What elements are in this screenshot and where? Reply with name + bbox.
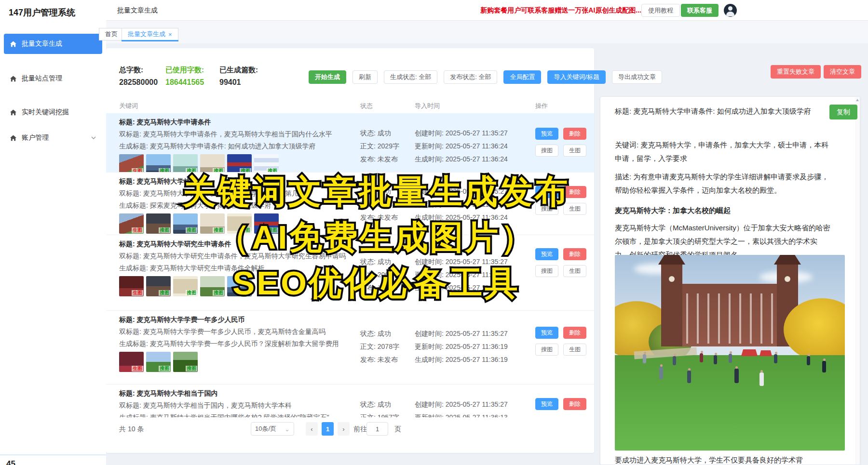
preview-button[interactable]: 预览 [535, 248, 558, 260]
delete-button[interactable]: 删除 [563, 248, 586, 260]
page-number-1[interactable]: 1 [322, 422, 334, 436]
publish-status-filter[interactable]: 发布状态: 全部 [444, 70, 497, 84]
row-title: 标题: 麦克马斯特大学申请条件 [119, 116, 356, 128]
preview-button[interactable]: 预览 [535, 186, 558, 198]
generate-status-filter[interactable]: 生成状态: 全部 [384, 70, 437, 84]
sidebar-item-account[interactable]: 账户管理 [4, 128, 102, 148]
generate-image-button[interactable]: 生图 [563, 145, 586, 157]
thumb-badge: 搜图 [186, 366, 197, 372]
thumbnail-strip: 生图 搜图 搜图 [119, 352, 356, 372]
refresh-button[interactable]: 刷新 [353, 70, 378, 84]
thumb-badge: 搜图 [240, 290, 251, 296]
article-thumbnail[interactable]: 搜图 [227, 213, 252, 234]
thumb-badge: 生图 [132, 290, 143, 296]
keyword-cell: 标题: 麦克马斯特大学相当于国内 双标题: 麦克马斯特大学相当于国内，麦克马斯特… [119, 387, 356, 417]
contact-support-button[interactable]: 联系客服 [681, 4, 719, 17]
export-success-button[interactable]: 导出成功文章 [612, 70, 662, 84]
row-title: 标题: 麦克马斯特大学相当于国内 [119, 387, 356, 399]
updated-time: 更新时间: 2025-05-27 11:36:13 [415, 411, 550, 417]
preview-description: 描述: 为有意申请麦克马斯特大学的学生详细讲解申请要求及步骤，帮助你轻松掌握入学… [615, 170, 830, 197]
table-row[interactable]: 标题: 麦克马斯特大学研究生申请条件 双标题: 麦克马斯特大学研究生申请条件，麦… [106, 235, 594, 311]
article-thumbnail[interactable]: 生图 [119, 154, 144, 173]
row-actions: 预览删除 搜图生图 [535, 248, 593, 277]
article-thumbnail[interactable]: 搜图 [173, 213, 198, 234]
generate-image-button[interactable]: 生图 [563, 265, 586, 277]
article-thumbnail[interactable]: 搜图 [200, 213, 225, 234]
tutorial-button[interactable]: 使用教程 [641, 4, 680, 17]
search-image-button[interactable]: 搜图 [535, 203, 558, 215]
promo-notice: 新购套餐用户可联系客服赠送一万张AI原创生成配图... [480, 6, 641, 15]
close-icon[interactable]: × [168, 31, 172, 38]
article-thumbnail[interactable]: 搜图 [200, 276, 225, 296]
delete-button[interactable]: 删除 [563, 128, 586, 140]
table-row[interactable]: 标题: 麦克马斯特大学申请条件 双标题: 麦克马斯特大学申请条件，麦克马斯特大学… [106, 113, 594, 173]
preview-button[interactable]: 预览 [535, 398, 558, 410]
article-thumbnail[interactable]: 搜图 [254, 213, 279, 234]
table-row[interactable]: 标题: 麦克马斯特大学相当于国内 双标题: 麦克马斯特大学相当于国内，麦克马斯特… [106, 385, 594, 417]
article-thumbnail[interactable]: 搜图 [254, 154, 279, 173]
prev-page-button[interactable]: ‹ [306, 422, 318, 436]
delete-button[interactable]: 删除 [563, 398, 586, 410]
article-thumbnail[interactable]: 搜图 [173, 154, 198, 173]
row-actions: 预览删除 搜图生图 [535, 128, 593, 157]
article-thumbnail[interactable]: 生图 [119, 213, 144, 234]
page-size-select[interactable]: 10条/页 ⌄ [251, 422, 294, 436]
app-title: 147用户管理系统 [9, 7, 75, 18]
tab-home[interactable]: 首页 [99, 28, 124, 40]
generated-time: 生成时间: 2025-05-27 11:36:24 [415, 211, 550, 224]
scrollbar-up-arrow[interactable] [856, 99, 859, 101]
article-thumbnail[interactable]: 搜图 [146, 276, 171, 296]
article-thumbnail[interactable]: 生图 [119, 276, 144, 296]
table-row[interactable]: 标题: 麦克马斯特大学排名 双标题: 麦克马斯特大学排名，麦克马斯特大学世界排名… [106, 173, 594, 235]
reset-failed-button[interactable]: 重置失败文章 [771, 65, 821, 79]
row-generated-title: 生成标题: 探索麦克马斯特大学：揭秘世界顶级学府 [119, 199, 356, 212]
start-generate-button[interactable]: 开始生成 [309, 70, 346, 84]
sidebar-item-batch-site[interactable]: 批量站点管理 [4, 68, 102, 89]
next-page-button[interactable]: › [338, 422, 350, 436]
tab-batch-article[interactable]: 批量文章生成 × [122, 28, 178, 40]
row-title: 标题: 麦克马斯特大学排名 [119, 175, 356, 187]
page-unit-label: 页 [394, 425, 401, 434]
table-row[interactable]: 标题: 麦克马斯特大学学费一年多少人民币 双标题: 麦克马斯特大学学费一年多少人… [106, 311, 594, 385]
thumb-badge: 搜图 [240, 227, 251, 233]
sidebar-item-batch-article[interactable]: 批量文章生成 [4, 34, 102, 54]
building-tower [661, 264, 682, 346]
global-config-button[interactable]: 全局配置 [503, 70, 541, 84]
article-thumbnail[interactable]: 搜图 [227, 276, 252, 296]
article-thumbnail[interactable]: 搜图 [146, 154, 171, 173]
total-words-label: 总字数: [119, 66, 143, 75]
word-count: 正文: 2029字 [360, 140, 413, 153]
preview-heading: 麦克马斯特大学：加拿大名校的崛起 [615, 204, 830, 217]
copy-button[interactable]: 复制 [829, 105, 857, 120]
import-keywords-button[interactable]: 导入关键词/标题 [547, 70, 606, 84]
generate-image-button[interactable]: 生图 [563, 203, 586, 215]
row-actions: 预览删除 搜图生图 [535, 327, 593, 356]
article-thumbnail[interactable]: 搜图 [146, 213, 171, 234]
row-double-title: 双标题: 麦克马斯特大学申请条件，麦克马斯特大学相当于国内什么水平 [119, 128, 356, 140]
goto-page-input[interactable] [366, 422, 388, 436]
article-thumbnail[interactable]: 搜图 [200, 154, 225, 173]
clear-articles-button[interactable]: 清空文章 [824, 65, 861, 79]
article-thumbnail[interactable]: 生图 [119, 352, 144, 372]
search-image-button[interactable]: 搜图 [535, 145, 558, 157]
search-image-button[interactable]: 搜图 [535, 344, 558, 356]
delete-button[interactable]: 删除 [563, 186, 586, 198]
publish-status: 发布: 未发布 [360, 353, 413, 366]
keyword-cell: 标题: 麦克马斯特大学学费一年多少人民币 双标题: 麦克马斯特大学学费一年多少人… [119, 314, 356, 372]
preview-button[interactable]: 预览 [535, 327, 558, 339]
article-thumbnail[interactable]: 搜图 [227, 154, 252, 173]
article-thumbnail[interactable]: 搜图 [173, 352, 198, 372]
article-thumbnail[interactable]: 搜图 [146, 352, 171, 372]
search-image-button[interactable]: 搜图 [535, 265, 558, 277]
tab-label: 批量文章生成 [128, 30, 165, 39]
preview-button[interactable]: 预览 [535, 128, 558, 140]
article-thumbnail[interactable]: 搜图 [173, 276, 198, 296]
updated-time: 更新时间: 2025-05-27 11:36:23 [415, 268, 550, 281]
sidebar-item-keyword-mining[interactable]: 实时关键词挖掘 [4, 102, 102, 122]
clipped-bottom-text: 45 [6, 459, 15, 465]
avatar[interactable] [724, 4, 737, 17]
status-text: 状态: 成功 [360, 127, 413, 140]
generate-image-button[interactable]: 生图 [563, 344, 586, 356]
scrollbar[interactable] [855, 97, 860, 465]
delete-button[interactable]: 删除 [563, 327, 586, 339]
